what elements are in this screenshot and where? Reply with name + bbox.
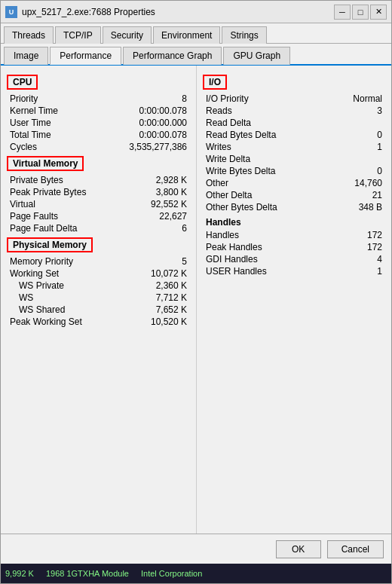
virtual-memory-rows: Private Bytes2,928 KPeak Private Bytes3,…: [7, 174, 190, 234]
table-row: Reads3: [203, 105, 385, 117]
prop-value: Normal: [353, 93, 382, 104]
table-row: Read Delta: [203, 117, 385, 129]
physical-memory-section-header: Physical Memory: [7, 237, 93, 252]
tab-row-2: Image Performance Performance Graph GPU …: [1, 44, 391, 66]
prop-label: WS: [19, 292, 33, 303]
prop-value: 348 B: [359, 202, 382, 213]
physical-memory-rows: Memory Priority5Working Set10,072 KWS Pr…: [7, 255, 190, 328]
prop-label: Reads: [206, 105, 232, 116]
handles-section-header: Handles: [203, 215, 385, 229]
status-item-2: 1968 1GTXHA Module: [46, 569, 129, 578]
bottom-bar: OK Cancel: [1, 534, 391, 564]
prop-label: Kernel Time: [10, 105, 58, 116]
table-row: Other14,760: [203, 177, 385, 189]
tab-row-1: Threads TCP/IP Security Environment Stri…: [1, 23, 391, 44]
tab-image[interactable]: Image: [4, 47, 48, 65]
prop-label: Write Delta: [206, 154, 250, 164]
prop-value: 21: [372, 190, 382, 200]
prop-label: Write Bytes Delta: [206, 166, 275, 176]
prop-label: Peak Private Bytes: [10, 187, 86, 197]
handles-rows: Handles172Peak Handles172GDI Handles4USE…: [203, 229, 385, 277]
table-row: Page Faults22,627: [7, 210, 190, 222]
status-item-3: Intel Corporation: [141, 569, 202, 578]
status-item-1: 9,992 K: [5, 569, 34, 578]
table-row: Handles172: [203, 229, 385, 241]
prop-label: Private Bytes: [10, 175, 63, 185]
minimize-button[interactable]: ─: [334, 5, 351, 20]
prop-value: 3,800 K: [156, 187, 187, 197]
prop-label: Other Delta: [206, 190, 252, 200]
table-row: Peak Private Bytes3,800 K: [7, 186, 190, 198]
prop-value: 3: [377, 105, 382, 116]
prop-label: Cycles: [10, 142, 37, 152]
maximize-button[interactable]: □: [352, 5, 369, 20]
table-row: WS Private2,360 K: [7, 280, 190, 292]
table-row: Cycles3,535,277,386: [7, 141, 190, 153]
prop-value: 0:00:00.078: [139, 130, 187, 140]
left-panel: CPU Priority8Kernel Time0:00:00.078User …: [1, 66, 197, 534]
prop-label: Virtual: [10, 199, 35, 209]
prop-label: I/O Priority: [206, 93, 249, 104]
table-row: User Time0:00:00.000: [7, 117, 190, 129]
title-bar: U upx_5217_2.exe:7688 Properties ─ □ ✕: [1, 1, 391, 23]
tab-gpu-graph[interactable]: GPU Graph: [223, 47, 290, 65]
close-button[interactable]: ✕: [370, 5, 387, 20]
tab-environment[interactable]: Environment: [153, 26, 220, 44]
cancel-button[interactable]: Cancel: [327, 540, 384, 558]
prop-label: Total Time: [10, 130, 51, 140]
content-area: CPU Priority8Kernel Time0:00:00.078User …: [1, 66, 391, 534]
prop-label: User Time: [10, 118, 51, 128]
tab-security[interactable]: Security: [103, 26, 152, 44]
table-row: Private Bytes2,928 K: [7, 174, 190, 186]
table-row: Other Delta21: [203, 189, 385, 201]
prop-value: 8: [182, 93, 187, 104]
prop-value: 92,552 K: [151, 199, 187, 209]
prop-label: Read Delta: [206, 118, 251, 128]
prop-label: Read Bytes Delta: [206, 130, 276, 140]
title-bar-buttons: ─ □ ✕: [334, 5, 387, 20]
prop-label: USER Handles: [206, 266, 267, 277]
ok-button[interactable]: OK: [276, 540, 321, 558]
prop-label: WS Shared: [19, 304, 65, 315]
prop-label: Other Bytes Delta: [206, 202, 277, 213]
table-row: Priority8: [7, 93, 190, 105]
prop-value: 172: [367, 242, 382, 252]
table-row: Kernel Time0:00:00.078: [7, 105, 190, 117]
table-row: Other Bytes Delta348 B: [203, 201, 385, 213]
table-row: Total Time0:00:00.078: [7, 129, 190, 141]
tab-performance-graph[interactable]: Performance Graph: [123, 47, 222, 65]
table-row: USER Handles1: [203, 265, 385, 277]
prop-label: Peak Handles: [206, 242, 262, 252]
window-icon: U: [5, 6, 17, 18]
tab-strings[interactable]: Strings: [222, 26, 266, 44]
prop-label: Writes: [206, 142, 231, 152]
table-row: Peak Handles172: [203, 241, 385, 253]
table-row: Page Fault Delta6: [7, 222, 190, 234]
prop-value: 1: [377, 142, 382, 152]
table-row: Write Bytes Delta0: [203, 165, 385, 177]
prop-value: 5: [182, 256, 187, 267]
table-row: WS7,712 K: [7, 292, 190, 304]
prop-label: Page Fault Delta: [10, 223, 77, 234]
prop-value: 14,760: [354, 178, 382, 188]
io-rows: I/O PriorityNormalReads3Read DeltaRead B…: [203, 93, 385, 213]
prop-value: 0: [377, 130, 382, 140]
prop-label: Memory Priority: [10, 256, 73, 267]
prop-label: Peak Working Set: [10, 316, 82, 327]
tab-tcpip[interactable]: TCP/IP: [55, 26, 101, 44]
table-row: WS Shared7,652 K: [7, 304, 190, 316]
table-row: Memory Priority5: [7, 255, 190, 268]
prop-label: Priority: [10, 93, 38, 104]
prop-label: Working Set: [10, 268, 59, 279]
main-window: U upx_5217_2.exe:7688 Properties ─ □ ✕ T…: [0, 0, 392, 584]
prop-value: 6: [182, 223, 187, 234]
status-bar: 9,992 K 1968 1GTXHA Module Intel Corpora…: [1, 564, 391, 583]
table-row: Working Set10,072 K: [7, 268, 190, 280]
virtual-memory-section-header: Virtual Memory: [7, 156, 84, 171]
prop-value: 3,535,277,386: [129, 142, 187, 152]
prop-label: WS Private: [19, 280, 64, 291]
prop-value: 0:00:00.000: [139, 118, 187, 128]
tab-performance[interactable]: Performance: [50, 47, 121, 65]
prop-value: 1: [377, 266, 382, 277]
tab-threads[interactable]: Threads: [4, 26, 54, 44]
